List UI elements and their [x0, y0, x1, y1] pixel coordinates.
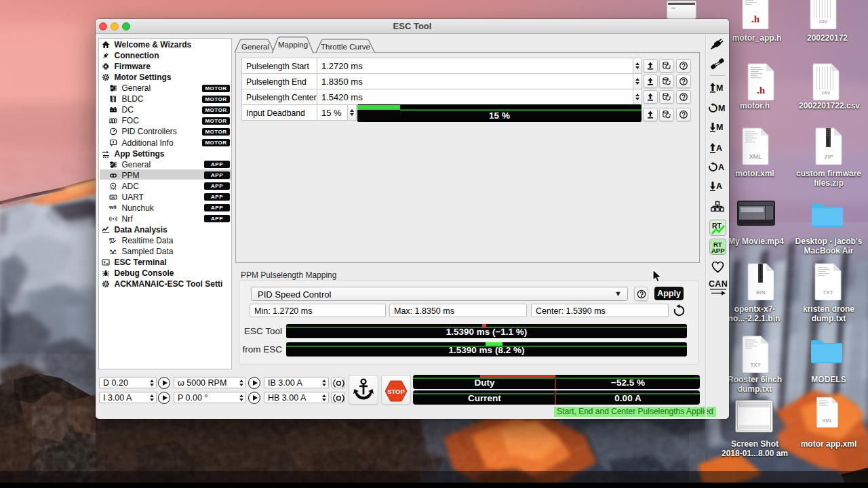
svg-text:.h: .h	[757, 85, 766, 96]
svg-text:TXT: TXT	[823, 289, 833, 296]
svg-text:TXT: TXT	[750, 362, 760, 368]
svg-text:BIN: BIN	[756, 289, 766, 296]
svg-text:.h: .h	[751, 14, 760, 24]
svg-text:csv: csv	[819, 18, 827, 24]
svg-text:XML: XML	[749, 153, 762, 160]
svg-text:ZIP: ZIP	[825, 154, 833, 160]
svg-text:XML: XML	[822, 418, 832, 424]
svg-text:RT: RT	[712, 222, 722, 230]
svg-text:csv: csv	[822, 89, 830, 96]
svg-text:RT: RT	[109, 237, 115, 241]
svg-text:STOP: STOP	[387, 388, 405, 395]
svg-text:APP: APP	[711, 247, 725, 254]
